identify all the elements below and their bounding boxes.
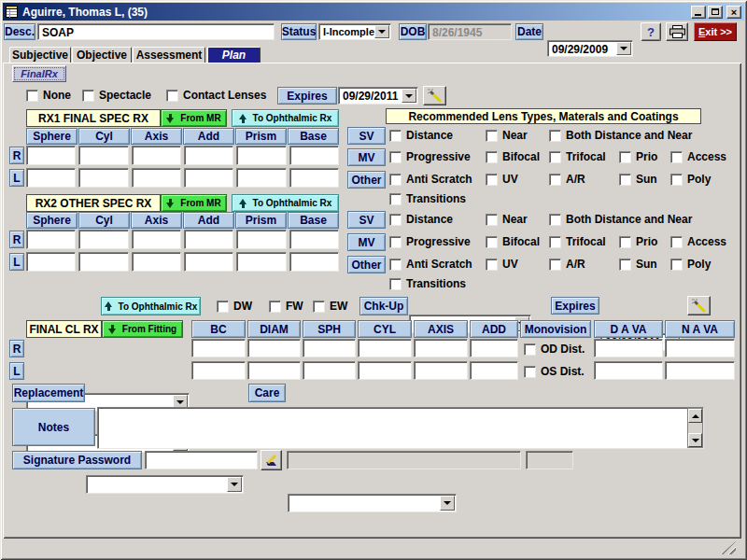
cl-input[interactable]	[191, 361, 246, 380]
cl-expires-button[interactable]: Expires	[551, 297, 599, 315]
status-dropdown-arrow[interactable]	[374, 25, 389, 38]
both-distance-near-checkbox-rx2[interactable]: Both Distance and Near	[549, 213, 692, 226]
spec-input[interactable]	[78, 252, 128, 272]
close-button[interactable]: ×	[726, 6, 741, 19]
print-button[interactable]	[666, 22, 688, 41]
sv-button-rx1[interactable]: SV	[347, 127, 386, 145]
spec-input[interactable]	[132, 230, 181, 249]
spec-input[interactable]	[236, 146, 286, 165]
bifocal-checkbox-rx1[interactable]: Bifocal	[486, 150, 540, 163]
sun-checkbox-rx1[interactable]: Sun	[619, 173, 657, 186]
rx2-to-ophthalmic-button[interactable]: To Ophthalmic Rx	[232, 194, 339, 212]
column-header[interactable]: AXIS	[414, 320, 468, 338]
progressive-checkbox-rx1[interactable]: Progressive	[389, 150, 471, 163]
prio-checkbox-rx2[interactable]: Prio	[619, 235, 657, 248]
spec-input[interactable]	[184, 230, 233, 249]
spec-input[interactable]	[289, 168, 339, 188]
date-dropdown-arrow[interactable]	[616, 42, 631, 55]
notes-scrollbar[interactable]	[687, 408, 703, 448]
spec-input[interactable]	[26, 168, 76, 188]
cl-input[interactable]	[247, 339, 301, 357]
resize-grip[interactable]	[721, 541, 736, 554]
column-header[interactable]: Base	[288, 212, 339, 229]
status-select[interactable]: I-Incomplete	[318, 23, 391, 40]
cl-input[interactable]	[247, 361, 301, 380]
column-header[interactable]: BC	[191, 320, 246, 338]
os-dist-checkbox[interactable]: OS Dist.	[524, 365, 585, 378]
other-button-rx2[interactable]: Other	[347, 256, 386, 273]
column-header[interactable]: SPH	[303, 320, 356, 338]
column-header[interactable]: Axis	[131, 128, 182, 145]
spec-input[interactable]	[78, 230, 128, 249]
replacement-select[interactable]	[86, 475, 244, 494]
dw-checkbox[interactable]: DW	[217, 300, 252, 313]
spec-input[interactable]	[26, 146, 76, 165]
spec-input[interactable]	[26, 252, 76, 272]
cl-input[interactable]	[470, 361, 518, 380]
column-header[interactable]: Axis	[131, 212, 182, 229]
column-header[interactable]: DIAM	[247, 320, 301, 338]
other-button-rx1[interactable]: Other	[347, 171, 386, 189]
dropdown-arrow[interactable]	[227, 477, 242, 492]
sv-button-rx2[interactable]: SV	[347, 211, 386, 229]
replacement-button[interactable]: Replacement	[12, 384, 85, 402]
tab-subjective[interactable]: Subjective	[9, 47, 71, 63]
cl-input[interactable]	[303, 339, 356, 357]
rx1-to-ophthalmic-button[interactable]: To Ophthalmic Rx	[232, 109, 339, 127]
spec-input[interactable]	[132, 252, 181, 272]
column-header[interactable]: Cyl	[78, 212, 130, 229]
column-header[interactable]: Add	[183, 212, 234, 229]
spec-input[interactable]	[184, 146, 233, 165]
spec-input[interactable]	[289, 146, 339, 165]
care-select[interactable]	[288, 494, 457, 512]
chk-up-button[interactable]: Chk-Up	[359, 297, 408, 315]
column-header[interactable]: Prism	[235, 128, 287, 145]
column-header[interactable]: CYL	[358, 320, 412, 338]
dropdown-arrow[interactable]	[440, 496, 455, 511]
cl-input[interactable]	[358, 361, 412, 380]
column-header[interactable]: D A VA	[594, 320, 663, 338]
cl-input[interactable]	[414, 339, 468, 357]
column-header[interactable]: Cyl	[78, 128, 130, 145]
signature-password-input[interactable]	[145, 451, 258, 469]
help-button[interactable]: ?	[641, 22, 661, 41]
spec-input[interactable]	[132, 146, 181, 165]
distance-checkbox-rx1[interactable]: Distance	[389, 129, 453, 142]
cl-input[interactable]	[665, 361, 735, 380]
sign-button[interactable]	[261, 450, 282, 470]
tab-assessment[interactable]: Assessment	[133, 47, 205, 63]
date-select[interactable]: 09/29/2009	[547, 40, 633, 57]
cl-input[interactable]	[594, 361, 663, 380]
bifocal-checkbox-rx2[interactable]: Bifocal	[486, 235, 540, 248]
column-header[interactable]: Sphere	[26, 128, 78, 145]
near-checkbox-rx1[interactable]: Near	[486, 129, 528, 142]
spec-input[interactable]	[236, 230, 286, 249]
spec-input[interactable]	[132, 168, 181, 188]
contact-lenses-checkbox[interactable]: Contact Lenses	[166, 89, 266, 102]
spec-input[interactable]	[184, 168, 233, 188]
spec-input[interactable]	[184, 252, 233, 272]
trifocal-checkbox-rx1[interactable]: Trifocal	[549, 150, 606, 163]
notes-textarea[interactable]	[97, 407, 704, 449]
uv-checkbox-rx2[interactable]: UV	[486, 258, 518, 271]
spec-input[interactable]	[236, 168, 286, 188]
spec-input[interactable]	[26, 230, 76, 249]
ar-checkbox-rx1[interactable]: A/R	[549, 173, 585, 186]
none-checkbox[interactable]: None	[26, 89, 71, 102]
anti-scratch-checkbox-rx1[interactable]: Anti Scratch	[389, 173, 472, 186]
scroll-up-button[interactable]	[688, 409, 702, 423]
spec-expires-date-select[interactable]: 09/29/2011	[338, 87, 418, 105]
column-header[interactable]: Prism	[235, 212, 287, 229]
poly-checkbox-rx1[interactable]: Poly	[670, 173, 711, 186]
cl-expires-wand-button[interactable]	[687, 296, 711, 315]
spec-input[interactable]	[289, 252, 339, 272]
rx1-from-mr-button[interactable]: From MR	[161, 109, 227, 127]
spec-expires-button[interactable]: Expires	[277, 87, 337, 105]
cl-input[interactable]	[303, 361, 356, 380]
distance-checkbox-rx2[interactable]: Distance	[389, 213, 453, 226]
sun-checkbox-rx2[interactable]: Sun	[619, 258, 657, 271]
poly-checkbox-rx2[interactable]: Poly	[670, 258, 711, 271]
scroll-down-button[interactable]	[688, 433, 702, 447]
transitions-checkbox-rx1[interactable]: Transitions	[389, 192, 466, 205]
cl-input[interactable]	[470, 339, 518, 357]
